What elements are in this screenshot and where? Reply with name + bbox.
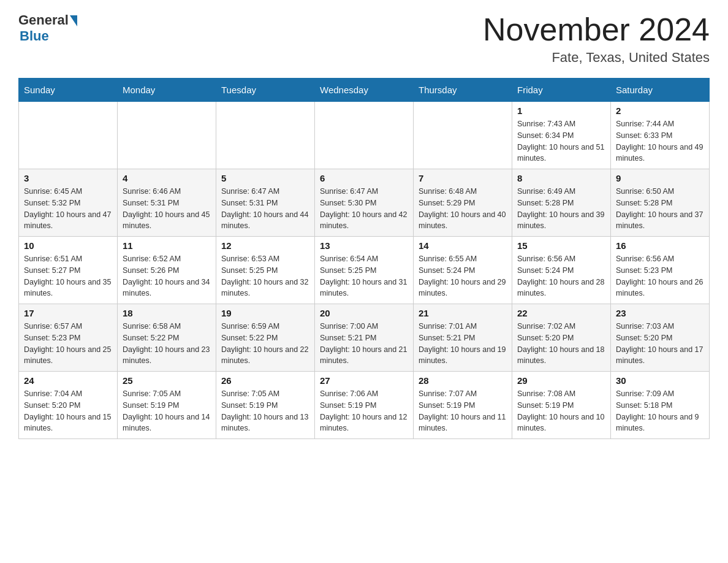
calendar-cell: 29Sunrise: 7:08 AMSunset: 5:19 PMDayligh… [512,372,611,439]
day-number: 14 [419,240,507,251]
calendar-cell: 24Sunrise: 7:04 AMSunset: 5:20 PMDayligh… [19,372,118,439]
day-info: Sunrise: 7:09 AMSunset: 5:18 PMDaylight:… [616,388,704,434]
day-number: 3 [24,173,112,183]
day-info: Sunrise: 6:46 AMSunset: 5:31 PMDaylight:… [123,186,211,232]
calendar-cell: 13Sunrise: 6:54 AMSunset: 5:25 PMDayligh… [315,237,414,304]
day-number: 13 [320,240,408,251]
day-number: 16 [616,240,704,251]
weekday-header-wednesday: Wednesday [315,79,414,102]
day-info: Sunrise: 6:49 AMSunset: 5:28 PMDaylight:… [517,186,605,232]
calendar-cell [19,102,118,169]
calendar-cell [118,102,216,169]
calendar-cell [315,102,414,169]
day-info: Sunrise: 6:47 AMSunset: 5:31 PMDaylight:… [221,186,309,232]
calendar-cell: 16Sunrise: 6:56 AMSunset: 5:23 PMDayligh… [611,237,710,304]
day-info: Sunrise: 6:59 AMSunset: 5:22 PMDaylight:… [221,321,309,367]
weekday-header-thursday: Thursday [414,79,512,102]
calendar-cell: 12Sunrise: 6:53 AMSunset: 5:25 PMDayligh… [216,237,315,304]
calendar-cell [414,102,512,169]
day-number: 1 [517,105,605,116]
day-number: 23 [616,308,704,318]
day-number: 19 [221,308,309,318]
calendar-cell: 1Sunrise: 7:43 AMSunset: 6:34 PMDaylight… [512,102,611,169]
day-number: 28 [419,375,507,386]
day-number: 6 [320,173,408,183]
day-info: Sunrise: 7:07 AMSunset: 5:19 PMDaylight:… [419,388,507,434]
calendar-cell: 22Sunrise: 7:02 AMSunset: 5:20 PMDayligh… [512,304,611,372]
day-info: Sunrise: 7:05 AMSunset: 5:19 PMDaylight:… [123,388,211,434]
day-info: Sunrise: 6:52 AMSunset: 5:26 PMDaylight:… [123,253,211,299]
day-number: 29 [517,375,605,386]
calendar-cell: 7Sunrise: 6:48 AMSunset: 5:29 PMDaylight… [414,169,512,237]
day-info: Sunrise: 6:48 AMSunset: 5:29 PMDaylight:… [419,186,507,232]
day-info: Sunrise: 6:57 AMSunset: 5:23 PMDaylight:… [24,321,112,367]
day-number: 7 [419,173,507,183]
day-number: 26 [221,375,309,386]
day-number: 9 [616,173,704,183]
calendar-cell: 14Sunrise: 6:55 AMSunset: 5:24 PMDayligh… [414,237,512,304]
day-number: 25 [123,375,211,386]
location-title: Fate, Texas, United States [483,50,710,66]
day-number: 30 [616,375,704,386]
day-number: 17 [24,308,112,318]
day-number: 12 [221,240,309,251]
day-info: Sunrise: 7:00 AMSunset: 5:21 PMDaylight:… [320,321,408,367]
calendar-week-row: 17Sunrise: 6:57 AMSunset: 5:23 PMDayligh… [19,304,710,372]
calendar-cell: 6Sunrise: 6:47 AMSunset: 5:30 PMDaylight… [315,169,414,237]
day-info: Sunrise: 7:01 AMSunset: 5:21 PMDaylight:… [419,321,507,367]
calendar-cell: 4Sunrise: 6:46 AMSunset: 5:31 PMDaylight… [118,169,216,237]
calendar-cell: 20Sunrise: 7:00 AMSunset: 5:21 PMDayligh… [315,304,414,372]
day-number: 10 [24,240,112,251]
calendar-week-row: 3Sunrise: 6:45 AMSunset: 5:32 PMDaylight… [19,169,710,237]
logo: General Blue [18,12,77,44]
calendar-cell: 15Sunrise: 6:56 AMSunset: 5:24 PMDayligh… [512,237,611,304]
calendar-cell: 9Sunrise: 6:50 AMSunset: 5:28 PMDaylight… [611,169,710,237]
calendar-cell: 18Sunrise: 6:58 AMSunset: 5:22 PMDayligh… [118,304,216,372]
day-number: 27 [320,375,408,386]
day-info: Sunrise: 7:06 AMSunset: 5:19 PMDaylight:… [320,388,408,434]
day-number: 5 [221,173,309,183]
day-number: 18 [123,308,211,318]
calendar-cell: 8Sunrise: 6:49 AMSunset: 5:28 PMDaylight… [512,169,611,237]
day-info: Sunrise: 6:47 AMSunset: 5:30 PMDaylight:… [320,186,408,232]
calendar-cell: 30Sunrise: 7:09 AMSunset: 5:18 PMDayligh… [611,372,710,439]
day-info: Sunrise: 6:56 AMSunset: 5:23 PMDaylight:… [616,253,704,299]
weekday-header-saturday: Saturday [611,79,710,102]
calendar-cell: 11Sunrise: 6:52 AMSunset: 5:26 PMDayligh… [118,237,216,304]
calendar-cell: 3Sunrise: 6:45 AMSunset: 5:32 PMDaylight… [19,169,118,237]
day-info: Sunrise: 7:04 AMSunset: 5:20 PMDaylight:… [24,388,112,434]
day-number: 8 [517,173,605,183]
month-title: November 2024 [483,12,710,47]
calendar-week-row: 1Sunrise: 7:43 AMSunset: 6:34 PMDaylight… [19,102,710,169]
weekday-header-sunday: Sunday [19,79,118,102]
calendar-cell: 25Sunrise: 7:05 AMSunset: 5:19 PMDayligh… [118,372,216,439]
calendar-cell: 27Sunrise: 7:06 AMSunset: 5:19 PMDayligh… [315,372,414,439]
calendar-cell: 19Sunrise: 6:59 AMSunset: 5:22 PMDayligh… [216,304,315,372]
calendar-cell: 5Sunrise: 6:47 AMSunset: 5:31 PMDaylight… [216,169,315,237]
calendar-cell: 23Sunrise: 7:03 AMSunset: 5:20 PMDayligh… [611,304,710,372]
day-number: 2 [616,105,704,116]
day-info: Sunrise: 6:50 AMSunset: 5:28 PMDaylight:… [616,186,704,232]
weekday-header-tuesday: Tuesday [216,79,315,102]
day-info: Sunrise: 6:56 AMSunset: 5:24 PMDaylight:… [517,253,605,299]
calendar-cell: 10Sunrise: 6:51 AMSunset: 5:27 PMDayligh… [19,237,118,304]
day-number: 22 [517,308,605,318]
calendar-cell: 2Sunrise: 7:44 AMSunset: 6:33 PMDaylight… [611,102,710,169]
day-info: Sunrise: 7:02 AMSunset: 5:20 PMDaylight:… [517,321,605,367]
day-info: Sunrise: 6:54 AMSunset: 5:25 PMDaylight:… [320,253,408,299]
day-info: Sunrise: 7:44 AMSunset: 6:33 PMDaylight:… [616,118,704,164]
day-info: Sunrise: 6:45 AMSunset: 5:32 PMDaylight:… [24,186,112,232]
day-number: 21 [419,308,507,318]
logo-blue-text: Blue [20,28,49,44]
day-info: Sunrise: 7:08 AMSunset: 5:19 PMDaylight:… [517,388,605,434]
day-info: Sunrise: 6:55 AMSunset: 5:24 PMDaylight:… [419,253,507,299]
logo-arrow-icon [70,15,77,26]
weekday-header-friday: Friday [512,79,611,102]
day-number: 4 [123,173,211,183]
day-info: Sunrise: 6:51 AMSunset: 5:27 PMDaylight:… [24,253,112,299]
calendar-week-row: 24Sunrise: 7:04 AMSunset: 5:20 PMDayligh… [19,372,710,439]
calendar-cell: 21Sunrise: 7:01 AMSunset: 5:21 PMDayligh… [414,304,512,372]
day-info: Sunrise: 6:53 AMSunset: 5:25 PMDaylight:… [221,253,309,299]
day-info: Sunrise: 7:43 AMSunset: 6:34 PMDaylight:… [517,118,605,164]
day-number: 11 [123,240,211,251]
